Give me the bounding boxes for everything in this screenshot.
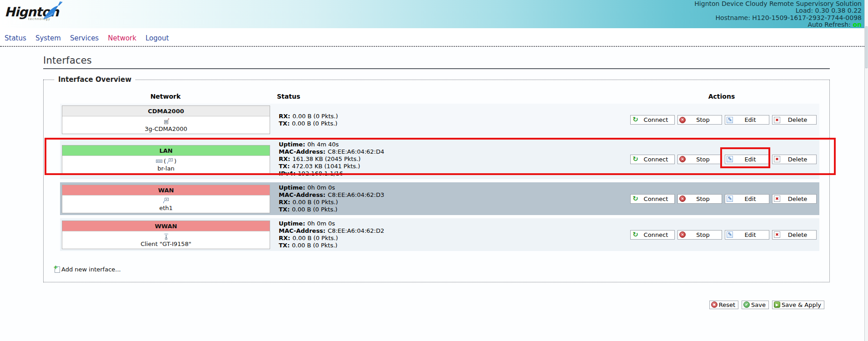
status-line: RX:161.38 KB (2045 Pkts.) bbox=[279, 155, 626, 163]
system-info-block: Hignton Device Cloudy Remote Supervisory… bbox=[694, 0, 862, 29]
status-line: RX:0.00 B (0 Pkts.) bbox=[279, 235, 626, 242]
edit-button[interactable]: Edit bbox=[725, 115, 769, 125]
table-row-wan: WAN eth1 Uptime:0h 0m 0s MAC-Address:C8:… bbox=[60, 182, 819, 215]
save-apply-button[interactable]: Save & Apply bbox=[772, 301, 824, 309]
network-box: LAN ( ) br-lan bbox=[62, 145, 270, 174]
connect-label: Connect bbox=[639, 196, 673, 202]
nav-item-status[interactable]: Status bbox=[5, 34, 26, 42]
status-line-label: IPv4: bbox=[279, 170, 296, 177]
connect-button[interactable]: Connect bbox=[630, 155, 675, 164]
save-button[interactable]: Save bbox=[742, 301, 769, 309]
column-header-network: Network bbox=[60, 93, 271, 100]
stop-icon bbox=[679, 196, 686, 202]
edit-label: Edit bbox=[733, 231, 768, 238]
status-line: Uptime:0h 4m 40s bbox=[279, 141, 626, 148]
connect-label: Connect bbox=[639, 116, 673, 123]
edit-icon bbox=[727, 117, 733, 123]
status-line-label: MAC-Address: bbox=[279, 191, 326, 198]
footer-button-bar: Reset Save Save & Apply bbox=[43, 301, 824, 309]
status-line-label: TX: bbox=[279, 206, 290, 213]
network-cell: CDMA2000 3g-CDMA2000 bbox=[62, 105, 273, 134]
network-name: WWAN bbox=[62, 221, 270, 231]
nav-item-services[interactable]: Services bbox=[70, 34, 99, 42]
status-line-label: Uptime: bbox=[279, 184, 305, 191]
connect-button[interactable]: Connect bbox=[630, 194, 675, 204]
table-row-lan: LAN ( ) br-lan Uptime:0h bbox=[60, 139, 819, 179]
save-apply-label: Save & Apply bbox=[782, 301, 821, 308]
status-line-label: RX: bbox=[279, 113, 290, 120]
status-line-value: 0h 0m 0s bbox=[307, 220, 335, 227]
connect-icon bbox=[632, 196, 639, 202]
status-line-value: 0h 4m 40s bbox=[307, 141, 339, 148]
edit-button[interactable]: Edit bbox=[725, 230, 769, 240]
edit-icon bbox=[727, 196, 733, 202]
network-body: ( ) br-lan bbox=[62, 156, 270, 173]
table-row-wwan: WWAN Client "GT-I9158" Uptime:0h 0m 0s M… bbox=[60, 218, 819, 251]
delete-button[interactable]: Delete bbox=[772, 155, 817, 164]
save-apply-icon bbox=[774, 301, 780, 308]
save-icon bbox=[743, 301, 750, 308]
stop-icon bbox=[679, 117, 686, 123]
network-body: eth1 bbox=[62, 196, 270, 213]
reset-button[interactable]: Reset bbox=[709, 301, 738, 309]
table-row-cdma2000: CDMA2000 3g-CDMA2000 RX:0.00 B (0 Pkts.)… bbox=[60, 104, 819, 136]
status-cell: Uptime:0h 0m 0s MAC-Address:C8:EE:A6:04:… bbox=[273, 184, 626, 213]
delete-icon bbox=[774, 196, 780, 202]
status-line-value: C8:EE:A6:04:62:D3 bbox=[328, 191, 384, 198]
brand-logo: Hignton technology bbox=[5, 5, 59, 21]
status-cell: Uptime:0h 4m 40s MAC-Address:C8:EE:A6:04… bbox=[273, 141, 626, 177]
delete-button[interactable]: Delete bbox=[772, 115, 817, 125]
delete-button[interactable]: Delete bbox=[772, 230, 817, 240]
section-legend: Interface Overview bbox=[55, 75, 135, 84]
network-cell: WAN eth1 bbox=[62, 185, 273, 213]
status-line: IPv4:192.168.1.1/16 bbox=[279, 170, 626, 177]
status-line: TX:472.03 KB (1041 Pkts.) bbox=[279, 163, 626, 170]
connect-button[interactable]: Connect bbox=[630, 230, 675, 240]
reset-icon bbox=[711, 301, 717, 308]
stop-button[interactable]: Stop bbox=[677, 115, 722, 125]
stop-label: Stop bbox=[686, 196, 720, 202]
status-line: Uptime:0h 0m 0s bbox=[279, 220, 626, 227]
bridge-icon: ( ) bbox=[156, 157, 176, 165]
nav-item-system[interactable]: System bbox=[35, 34, 61, 42]
reset-label: Reset bbox=[719, 301, 735, 308]
status-line-value: 0h 0m 0s bbox=[307, 184, 335, 191]
edit-label: Edit bbox=[733, 156, 768, 163]
scrollbar-track[interactable] bbox=[864, 0, 868, 341]
load-label: Load: bbox=[796, 7, 813, 14]
page-title-wrap: Interfaces bbox=[43, 55, 830, 69]
auto-refresh-label: Auto Refresh: bbox=[808, 21, 851, 28]
status-line-value: 161.38 KB (2045 Pkts.) bbox=[292, 155, 361, 162]
header-band: Hignton technology Hignton Device Cloudy… bbox=[0, 0, 868, 28]
actions-cell: Connect Stop Edit Delete bbox=[626, 194, 818, 204]
delete-label: Delete bbox=[780, 156, 815, 163]
actions-cell: Connect Stop Edit Delete bbox=[626, 230, 818, 240]
stop-button[interactable]: Stop bbox=[677, 230, 722, 240]
status-cell: RX:0.00 B (0 Pkts.) TX:0.00 B (0 Pkts.) bbox=[273, 113, 626, 127]
status-line-label: RX: bbox=[279, 235, 290, 241]
interface-device-label: eth1 bbox=[159, 205, 173, 211]
status-line: MAC-Address:C8:EE:A6:04:62:D2 bbox=[279, 227, 626, 235]
stop-button[interactable]: Stop bbox=[677, 155, 722, 164]
ethernet-port-icon bbox=[167, 158, 173, 164]
connect-button[interactable]: Connect bbox=[630, 115, 675, 125]
bridge-paren-open: ( bbox=[164, 158, 166, 165]
interface-table: Network Status Actions CDMA2000 3g-CDMA2… bbox=[60, 93, 819, 251]
stop-button[interactable]: Stop bbox=[677, 194, 722, 204]
network-box: WAN eth1 bbox=[62, 185, 270, 213]
network-name: WAN bbox=[62, 185, 270, 196]
delete-button[interactable]: Delete bbox=[772, 194, 817, 204]
add-new-interface-link[interactable]: Add new interface... bbox=[55, 266, 121, 273]
edit-label: Edit bbox=[733, 196, 768, 202]
product-title: Hignton Device Cloudy Remote Supervisory… bbox=[694, 0, 862, 7]
delete-icon bbox=[774, 117, 780, 123]
wifi-icon bbox=[163, 233, 170, 241]
nav-item-logout[interactable]: Logout bbox=[146, 34, 169, 42]
scrollbar-thumb[interactable] bbox=[865, 26, 868, 68]
edit-button-lan[interactable]: Edit bbox=[725, 155, 769, 164]
connect-label: Connect bbox=[639, 156, 673, 163]
nav-item-network[interactable]: Network bbox=[108, 34, 136, 42]
delete-label: Delete bbox=[780, 116, 815, 123]
edit-button[interactable]: Edit bbox=[725, 194, 769, 204]
network-box: CDMA2000 3g-CDMA2000 bbox=[62, 105, 270, 134]
